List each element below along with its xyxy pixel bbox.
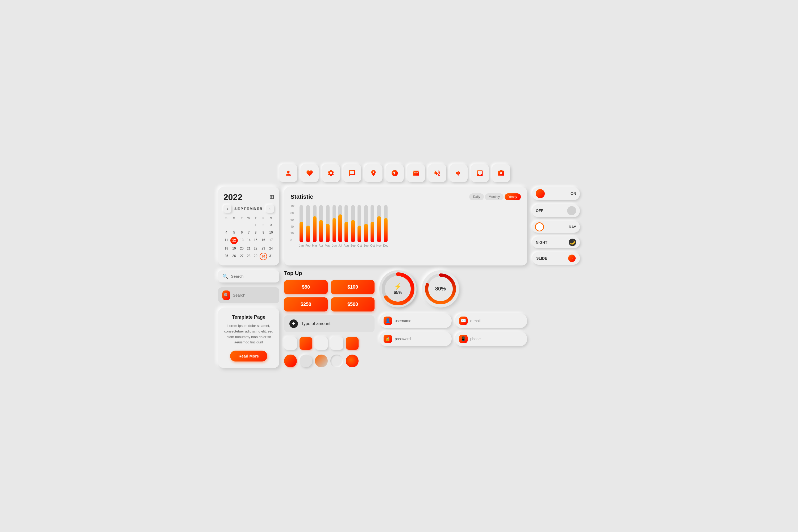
cal-day-26[interactable]: 26 — [230, 253, 238, 260]
bar-Dec-13: Dec — [383, 205, 388, 247]
icon-mail[interactable] — [407, 164, 425, 182]
icon-mute[interactable] — [428, 164, 446, 182]
icon-user[interactable] — [279, 164, 298, 182]
slide-control[interactable]: SLIDE › — [532, 252, 580, 265]
toggle-off[interactable]: OFF — [532, 204, 580, 217]
statistic-title: Statistic — [290, 193, 314, 200]
row2: 🔍 🔍 Template Page Lorem ipsum dolor sit … — [218, 270, 580, 368]
calendar-widget: 2022 ⊞ ‹ SEPTEMBER › S M T W T F S — [218, 187, 279, 265]
cal-day-20[interactable]: 20 — [239, 245, 245, 252]
icon-chat[interactable] — [343, 164, 361, 182]
shape-sq-5[interactable] — [346, 337, 359, 350]
prev-month-button[interactable]: ‹ — [224, 205, 231, 213]
shape-circle-4[interactable] — [330, 355, 343, 367]
cal-day-7[interactable]: 7 — [246, 229, 252, 236]
next-month-button[interactable]: › — [266, 205, 274, 213]
icon-heart[interactable] — [301, 164, 319, 182]
shape-circle-2[interactable] — [300, 355, 312, 367]
search-filled-icon[interactable]: 🔍 — [222, 290, 230, 300]
tab-yearly[interactable]: Yearly — [505, 193, 521, 200]
cal-day-6[interactable]: 6 — [239, 229, 245, 236]
bar-label-1: Feb — [305, 244, 310, 247]
field-password[interactable]: 🔒 password — [379, 331, 452, 346]
cal-day-22[interactable]: 22 — [253, 245, 259, 252]
cal-day-1[interactable]: 1 — [253, 222, 259, 228]
bar-label-0: Jan — [299, 244, 304, 247]
read-more-button[interactable]: Read More — [230, 350, 268, 361]
icon-gear[interactable] — [322, 164, 340, 182]
slide-arrow-icon[interactable]: › — [568, 254, 576, 262]
type-amount-row[interactable]: + Type of amount — [284, 315, 375, 332]
cal-day-2[interactable]: 2 — [260, 222, 267, 228]
cal-day-29[interactable]: 29 — [253, 253, 259, 260]
topup-title: Top Up — [284, 270, 375, 277]
cal-day-28[interactable]: 28 — [246, 253, 252, 260]
cal-day-14[interactable]: 14 — [246, 237, 252, 244]
toggle-night[interactable]: NIGHT 🌙 — [532, 236, 580, 248]
topup-50[interactable]: $50 — [284, 280, 328, 294]
cal-day-23[interactable]: 23 — [260, 245, 267, 252]
bar-Jul-6: Jul — [338, 205, 342, 247]
search-plain-icon: 🔍 — [222, 273, 228, 279]
cal-day-17[interactable]: 17 — [268, 237, 274, 244]
shape-circle-3[interactable] — [315, 355, 328, 367]
shape-sq-1[interactable] — [284, 337, 297, 350]
topup-100[interactable]: $100 — [331, 280, 375, 294]
icon-volume[interactable] — [450, 164, 468, 182]
cal-day-3[interactable]: 3 — [268, 222, 274, 228]
day-label: DAY — [569, 225, 576, 229]
icon-camera[interactable] — [492, 164, 510, 182]
circles-row — [284, 355, 375, 367]
icon-compass[interactable] — [386, 164, 404, 182]
calendar-nav: ‹ SEPTEMBER › — [224, 205, 274, 213]
toggle-on-label: ON — [571, 191, 576, 196]
field-username[interactable]: 👤 username — [379, 314, 452, 328]
y-40: 40 — [290, 225, 295, 228]
cal-day-24[interactable]: 24 — [268, 245, 274, 252]
shape-sq-3[interactable] — [315, 337, 328, 350]
shape-sq-2[interactable] — [300, 337, 312, 350]
bar-label-8: Sep — [350, 244, 356, 247]
cal-day-18[interactable]: 18 — [224, 245, 229, 252]
day-header-s2: S — [268, 215, 274, 221]
toggle-day[interactable]: DAY — [532, 221, 580, 233]
cal-day-13[interactable]: 13 — [239, 237, 245, 244]
tab-monthly[interactable]: Monthly — [485, 193, 504, 200]
cal-day-11[interactable]: 11 — [224, 237, 229, 244]
cal-day-31[interactable]: 31 — [268, 253, 274, 260]
cal-day-15[interactable]: 15 — [253, 237, 259, 244]
cal-day-12-today[interactable]: 12 — [230, 237, 238, 244]
statistic-tabs: Daily Monthly Yearly — [469, 193, 521, 200]
cal-day-9[interactable]: 9 — [260, 229, 267, 236]
shape-circle-5[interactable] — [346, 355, 359, 367]
cal-day-16[interactable]: 16 — [260, 237, 267, 244]
field-phone[interactable]: 📱 phone — [455, 331, 527, 346]
cal-day-25[interactable]: 25 — [224, 253, 229, 260]
cal-day-4[interactable]: 4 — [224, 229, 229, 236]
right-controls: ON OFF DAY NIGHT 🌙 SLIDE › — [532, 187, 580, 265]
icon-inbox[interactable] — [471, 164, 489, 182]
icon-location[interactable] — [364, 164, 382, 182]
night-label: NIGHT — [536, 240, 547, 244]
shape-circle-1[interactable] — [284, 355, 297, 367]
bar-label-4: May — [325, 244, 330, 247]
cal-day-27[interactable]: 27 — [239, 253, 245, 260]
gauge-80-label: 80% — [435, 286, 446, 292]
cal-day-19[interactable]: 19 — [230, 245, 238, 252]
row2-spacer — [532, 270, 580, 368]
search-plain-input[interactable] — [231, 274, 275, 279]
cal-day-8[interactable]: 8 — [253, 229, 259, 236]
toggle-on[interactable]: ON — [532, 187, 580, 200]
cal-day-10[interactable]: 10 — [268, 229, 274, 236]
phone-icon: 📱 — [459, 335, 468, 343]
topup-500[interactable]: $500 — [331, 298, 375, 311]
cal-day-21[interactable]: 21 — [246, 245, 252, 252]
cal-day-30-highlight[interactable]: 30 — [260, 253, 267, 260]
field-email[interactable]: ✉️ e-mail — [455, 314, 527, 328]
main-container: 2022 ⊞ ‹ SEPTEMBER › S M T W T F S — [213, 159, 585, 373]
search-filled-input[interactable] — [233, 293, 275, 298]
tab-daily[interactable]: Daily — [469, 193, 484, 200]
shape-sq-4[interactable] — [330, 337, 343, 350]
cal-day-5[interactable]: 5 — [230, 229, 238, 236]
topup-250[interactable]: $250 — [284, 298, 328, 311]
